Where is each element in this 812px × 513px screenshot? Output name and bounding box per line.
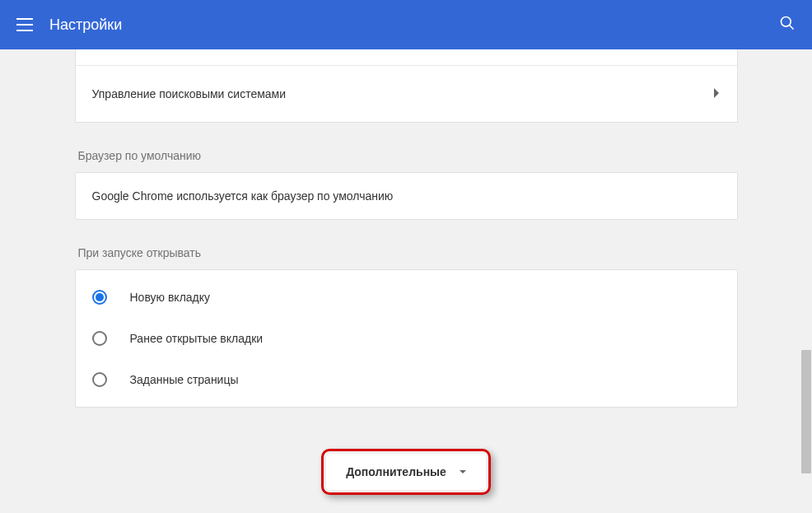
highlight-annotation: Дополнительные — [321, 449, 491, 495]
radio-icon — [92, 331, 107, 346]
advanced-label: Дополнительные — [346, 465, 446, 478]
default-browser-status-row: Google Chrome используется как браузер п… — [76, 173, 737, 219]
chevron-down-icon — [460, 470, 466, 473]
scrollbar[interactable] — [800, 49, 812, 513]
content-area: Управление поисковыми системами Браузер … — [0, 49, 812, 449]
default-browser-status-text: Google Chrome используется как браузер п… — [92, 189, 394, 203]
page-title: Настройки — [49, 16, 122, 34]
on-startup-section-title: При запуске открывать — [78, 246, 738, 259]
manage-search-engines-label: Управление поисковыми системами — [92, 87, 287, 100]
menu-icon[interactable] — [16, 18, 33, 31]
default-browser-section-title: Браузер по умолчанию — [78, 149, 738, 162]
scrollbar-thumb[interactable] — [801, 350, 811, 473]
startup-option-specific-pages[interactable]: Заданные страницы — [76, 359, 737, 400]
chevron-right-icon — [714, 86, 721, 101]
radio-label: Новую вкладку — [130, 291, 211, 304]
advanced-button[interactable]: Дополнительные — [326, 454, 486, 490]
default-browser-card: Google Chrome используется как браузер п… — [75, 172, 738, 220]
svg-point-0 — [782, 17, 791, 27]
search-engine-card: Управление поисковыми системами — [75, 49, 738, 123]
search-icon[interactable] — [779, 15, 796, 35]
partial-row — [76, 49, 737, 66]
radio-label: Ранее открытые вкладки — [130, 332, 264, 345]
startup-radio-group: Новую вкладку Ранее открытые вкладки Зад… — [76, 270, 737, 407]
on-startup-card: Новую вкладку Ранее открытые вкладки Зад… — [75, 269, 738, 408]
radio-label: Заданные страницы — [130, 373, 239, 386]
startup-option-continue[interactable]: Ранее открытые вкладки — [76, 318, 737, 359]
radio-icon — [92, 290, 107, 305]
app-header: Настройки — [0, 0, 812, 49]
settings-main: Управление поисковыми системами Браузер … — [75, 49, 738, 449]
svg-line-1 — [790, 26, 794, 30]
header-left: Настройки — [16, 16, 122, 34]
manage-search-engines-row[interactable]: Управление поисковыми системами — [76, 66, 737, 122]
radio-icon — [92, 372, 107, 387]
startup-option-new-tab[interactable]: Новую вкладку — [76, 277, 737, 318]
